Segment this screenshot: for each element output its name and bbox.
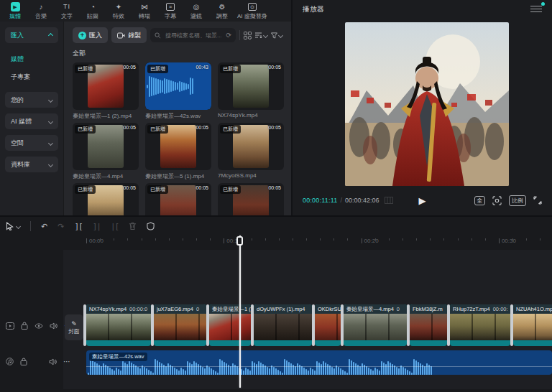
top-tab[interactable]: ⊙ AI 虛擬替身 [236, 0, 269, 22]
record-button[interactable]: 錄製 [111, 27, 147, 43]
top-tab[interactable]: ✦ 特效 [106, 0, 131, 22]
top-tab[interactable]: ◔ 貼圖 [80, 0, 105, 22]
media-thumbnail: 已新增 00:05 [218, 62, 284, 110]
timeline-ruler[interactable]: 00:0000:1000:2000:30 [0, 235, 552, 248]
clip-name: dOyUWPFx (1).mp4 [257, 306, 305, 312]
timeline-clip[interactable]: dOyUWPFx (1).mp4 [254, 304, 312, 346]
media-toolbar: + 匯入 錄製 ⟳ [73, 27, 282, 43]
top-tab[interactable]: ≡ 字幕 [158, 0, 183, 22]
media-item[interactable]: 已新增 00:05 [145, 183, 211, 215]
sort-dropdown[interactable] [255, 32, 267, 39]
split-button[interactable]: ][ [74, 222, 82, 231]
sidebar-item-AI 媒體[interactable]: AI 媒體 [5, 113, 58, 129]
menu-icon[interactable] [530, 6, 542, 13]
ratio-button[interactable]: 比例 [509, 195, 526, 206]
chevron-down-icon [48, 162, 53, 167]
sidebar-item-子專案[interactable]: 子專案 [5, 68, 58, 86]
sidebar-item-資料庫[interactable]: 資料庫 [5, 157, 58, 172]
top-tab[interactable]: ⚙ 調整 [210, 0, 234, 22]
waveform-midline [86, 366, 552, 367]
media-thumbnail: 已新增 00:05 [145, 123, 211, 170]
ruler-minor-tick [127, 238, 128, 241]
grid-view-icon[interactable] [244, 32, 252, 39]
media-item-name: 秦始皇場景—1 (2).mp4 [73, 112, 139, 120]
duration-label: 00:05 [123, 125, 136, 130]
timeline-clip[interactable]: NZUAh41O.mp4 00:0 [513, 304, 552, 346]
delete-left-button[interactable]: ]| [93, 222, 101, 231]
media-item[interactable]: 已新增 00:05 7McyoiSS.mp4 [218, 123, 284, 180]
chevron-down-icon [16, 223, 21, 228]
redo-button[interactable]: ↷ [58, 222, 64, 231]
undo-button[interactable]: ↶ [41, 222, 47, 231]
timeline-clip[interactable]: 秦始皇場景—1 (2 [209, 304, 251, 346]
select-tool-dropdown[interactable] [6, 222, 20, 230]
import-button[interactable]: + 匯入 [73, 27, 108, 43]
timeline-clip[interactable]: FbkM38jZ.m [410, 304, 447, 346]
lock-icon[interactable] [21, 322, 28, 330]
fullscreen-button[interactable] [533, 196, 542, 205]
timeline-clip[interactable]: RHup72zT.mp4 00:00: [450, 304, 510, 346]
media-item[interactable]: 已新增 00:05 [73, 183, 139, 215]
search-box[interactable]: ⟳ [150, 28, 236, 42]
sidebar-item-媒體[interactable]: 媒體 [5, 50, 58, 68]
mute-icon[interactable] [50, 322, 58, 330]
ruler-minor-tick [155, 238, 156, 241]
top-tab[interactable]: ⋈ 轉場 [132, 0, 157, 22]
cover-button[interactable]: ✎ 封面 [65, 314, 83, 340]
media-item[interactable]: 已新增 00:05 秦始皇場景—1 (2).mp4 [73, 62, 139, 120]
timeline-clip[interactable]: NX74spYk.mp4 00:00:0 [86, 304, 151, 346]
ruler-major-tick [224, 238, 224, 243]
top-tab[interactable]: ▶ 媒體 [3, 0, 27, 22]
fit-frame-button[interactable]: 全 [474, 196, 485, 205]
timeline-clip[interactable]: 秦始皇場景—4.mp4 0 [344, 304, 407, 346]
media-panel: + 匯入 錄製 ⟳ 全 [63, 22, 291, 215]
media-item[interactable]: 已新增 00:05 NX74spYk.mp4 [218, 62, 284, 120]
playhead-handle[interactable] [236, 236, 243, 246]
media-item[interactable]: 已新增 00:05 [218, 183, 284, 215]
duration-label: 00:05 [123, 185, 136, 190]
top-tab[interactable]: TI 文字 [55, 0, 79, 22]
clip-label: FbkM38jZ.m [410, 304, 447, 314]
delete-right-button[interactable]: |[ [111, 222, 119, 231]
media-item[interactable]: 已新增 00:05 秦始皇場景—5 (1).mp4 [145, 123, 211, 180]
record-button-label: 錄製 [128, 31, 141, 40]
media-item[interactable]: 已新增 00:43 秦始皇場景—42s.wav [145, 62, 211, 120]
search-input[interactable] [164, 32, 223, 39]
sidebar-item-空間[interactable]: 空間 [5, 135, 58, 151]
focus-zoom-button[interactable] [492, 196, 502, 205]
delete-button[interactable] [129, 222, 137, 230]
eye-icon[interactable] [34, 323, 43, 329]
video-track: NX74spYk.mp4 00:00:0 juX7aEG6.mp4 0 秦始皇場… [86, 304, 552, 346]
tab-label: 特效 [113, 12, 124, 20]
ruler-minor-tick [526, 238, 527, 241]
sidebar-import-label: 匯入 [11, 31, 24, 40]
preview-viewport[interactable] [345, 22, 509, 186]
audio-track-header: ⋯ [0, 358, 70, 365]
more-icon[interactable]: ⋯ [63, 358, 70, 365]
clip-filmstrip [209, 314, 251, 340]
clip-filmstrip [254, 314, 312, 340]
play-button[interactable]: ▶ [419, 195, 426, 206]
mask-button[interactable] [147, 222, 155, 230]
audio-clip[interactable]: 秦始皇場景—42s.wav [86, 350, 552, 375]
refresh-icon[interactable]: ⟳ [226, 32, 231, 39]
media-item[interactable]: 已新增 00:05 秦始皇場景—4.mp4 [73, 123, 139, 180]
ruler-minor-tick [169, 238, 170, 241]
search-icon [155, 32, 161, 39]
filter-dropdown[interactable] [271, 32, 282, 39]
top-tab[interactable]: ◎ 濾鏡 [184, 0, 208, 22]
timeline-clip[interactable]: juX7aEG6.mp4 0 [154, 304, 206, 346]
cursor-icon [6, 222, 14, 230]
player-panel: 播放器 [291, 0, 552, 215]
mute-icon[interactable] [49, 358, 57, 365]
sidebar-item-您的[interactable]: 您的 [5, 92, 58, 108]
ruler-minor-tick [389, 238, 390, 241]
player-title: 播放器 [303, 4, 324, 14]
top-tab[interactable]: ♪ 音樂 [29, 0, 53, 22]
media-thumbnail: 已新增 00:43 [145, 62, 211, 110]
timeline-clip[interactable]: OKDkrSUmL [315, 304, 341, 346]
clip-name: FbkM38jZ.m [413, 306, 443, 312]
camera-icon [117, 32, 125, 39]
sidebar-import-group[interactable]: 匯入 [5, 27, 58, 43]
lock-icon[interactable] [20, 358, 27, 365]
